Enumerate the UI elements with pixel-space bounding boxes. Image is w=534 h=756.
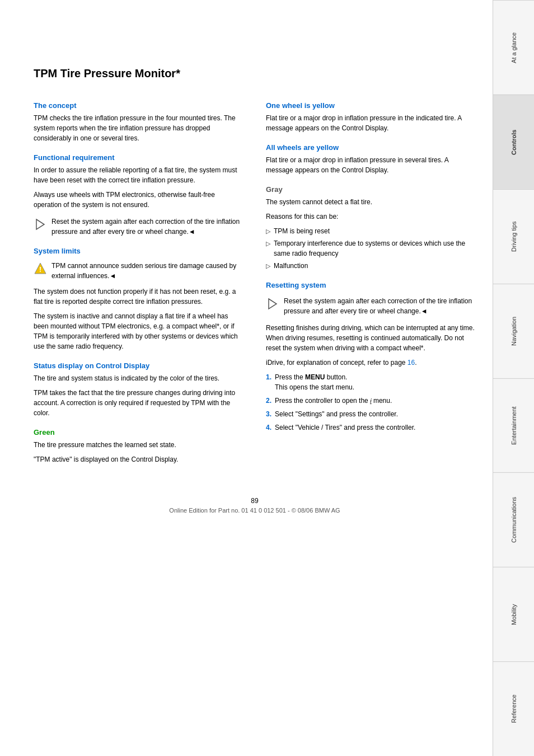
bullet-arrow: ▷ [266,239,270,248]
status-text2: TPM takes the fact that the tire pressur… [34,388,243,418]
sidebar-item-controls[interactable]: Controls [493,95,534,189]
resetting-text2: iDrive, for explanation of concept, refe… [266,358,476,368]
yellow-one-text: Flat tire or a major drop in inflation p… [266,113,476,133]
bullet-arrow: ▷ [266,227,270,236]
green-text1: The tire pressure matches the learned se… [34,440,243,450]
steps-list: 1.Press the MENU button.This opens the s… [266,372,476,433]
yellow-all-heading: All wheels are yellow [266,143,476,152]
step-num: 3. [266,409,271,419]
bullet-arrow: ▷ [266,261,270,271]
sidebar-item-at-a-glance[interactable]: At a glance [493,0,534,95]
bullet-item: ▷Malfunction [266,261,476,271]
step-text: Select "Settings" and press the controll… [275,409,398,419]
right-column: One wheel is yellow Flat tire or a major… [266,91,476,469]
status-text1: The tire and system status is indicated … [34,373,243,383]
warning-text: TPM cannot announce sudden serious tire … [51,261,243,281]
step-2: 2.Press the controller to open the i men… [266,396,476,406]
warning-icon: ! [34,262,47,275]
svg-text:!: ! [39,266,41,274]
functional-text2: Always use wheels with TPM electronics, … [34,190,243,210]
system-text2: The system is inactive and cannot displa… [34,311,243,351]
step-3: 3.Select "Settings" and press the contro… [266,409,476,419]
note-box-1: Reset the system again after each correc… [34,217,243,237]
bullet-text: Temporary interference due to systems or… [274,238,476,259]
bullet-text: Malfunction [274,261,308,271]
sidebar-item-communications[interactable]: Communications [493,472,534,567]
resetting-heading: Resetting system [266,281,476,289]
bullet-item: ▷TPM is being reset [266,226,476,236]
green-text2: "TPM active" is displayed on the Control… [34,454,243,464]
yellow-one-heading: One wheel is yellow [266,101,476,110]
concept-text: TPM checks the tire inflation pressure i… [34,113,243,143]
resetting-note-text: Reset the system again after each correc… [284,296,476,316]
footer-text: Online Edition for Part no. 01 41 0 012 … [34,507,476,514]
system-limits-heading: System limits [34,247,243,255]
play-icon [34,218,47,231]
yellow-all-text: Flat tire or a major drop in inflation p… [266,155,476,175]
functional-text1: In order to assure the reliable reportin… [34,165,243,185]
menu-label: MENU [305,373,325,381]
concept-heading: The concept [34,101,243,110]
i-menu-label: i [370,397,371,404]
bullet-text: TPM is being reset [274,226,330,236]
step-text: Press the MENU button.This opens the sta… [275,372,354,392]
sidebar-item-reference[interactable]: Reference [493,661,534,756]
step-1: 1.Press the MENU button.This opens the s… [266,372,476,392]
functional-heading: Functional requirement [34,153,243,162]
sidebar-item-navigation[interactable]: Navigation [493,284,534,378]
sidebar-item-entertainment[interactable]: Entertainment [493,378,534,473]
gray-reasons: Reasons for this can be: [266,212,476,222]
left-column: The concept TPM checks the tire inflatio… [34,91,249,469]
two-column-layout: The concept TPM checks the tire inflatio… [34,91,476,469]
warning-box: ! TPM cannot announce sudden serious tir… [34,261,243,281]
green-heading: Green [34,428,243,436]
main-content: TPM Tire Pressure Monitor* The concept T… [0,0,493,756]
step-num: 2. [266,396,271,406]
page-number: 89 [34,497,476,505]
svg-marker-3 [269,299,277,309]
note1-text: Reset the system again after each correc… [51,217,243,237]
step-text: Press the controller to open the i menu. [275,396,392,406]
resetting-note-box: Reset the system again after each correc… [266,296,476,316]
bullet-item: ▷Temporary interference due to systems o… [266,238,476,259]
gray-heading: Gray [266,185,476,194]
status-heading: Status display on Control Display [34,361,243,370]
step-num: 1. [266,372,271,392]
step-text: Select "Vehicle / Tires" and press the c… [275,422,415,433]
page-title: TPM Tire Pressure Monitor* [34,67,476,80]
footer: 89 Online Edition for Part no. 01 41 0 0… [34,491,476,514]
resetting-text1: Resetting finishes during driving, which… [266,323,476,353]
gray-bullets-list: ▷TPM is being reset▷Temporary interferen… [266,226,476,271]
gray-text: The system cannot detect a flat tire. [266,197,476,207]
step-4: 4.Select "Vehicle / Tires" and press the… [266,422,476,433]
svg-marker-0 [36,219,44,229]
sidebar: At a glanceControlsDriving tipsNavigatio… [493,0,534,756]
step-num: 4. [266,422,271,433]
sidebar-item-driving-tips[interactable]: Driving tips [493,189,534,284]
sidebar-item-mobility[interactable]: Mobility [493,567,534,661]
play-icon-2 [266,297,279,311]
page-link[interactable]: 16 [407,359,415,367]
system-text1: The system does not function properly if… [34,287,243,307]
